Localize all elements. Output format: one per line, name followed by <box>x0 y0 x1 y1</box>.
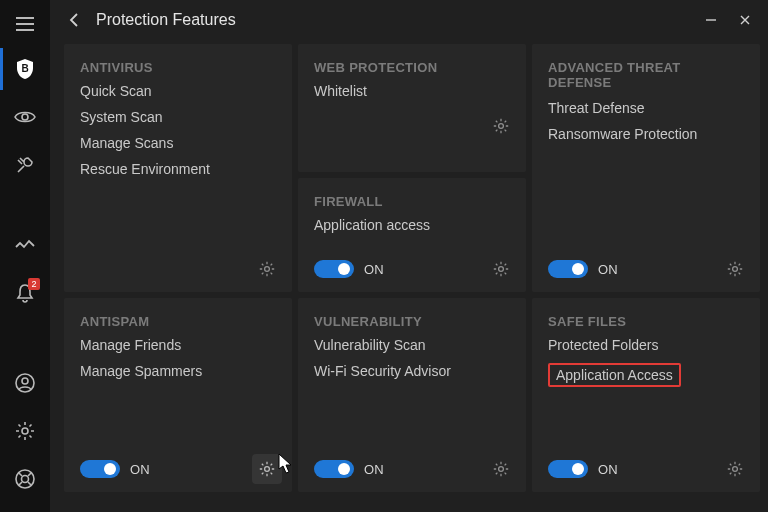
gear-icon[interactable] <box>720 254 750 284</box>
link-wifi-advisor[interactable]: Wi-Fi Security Advisor <box>314 363 510 379</box>
link-system-scan[interactable]: System Scan <box>80 109 276 125</box>
gear-icon[interactable] <box>486 254 516 284</box>
gear-icon[interactable] <box>486 111 516 141</box>
toggle-label: ON <box>364 262 384 277</box>
notification-badge: 2 <box>28 278 40 290</box>
svg-point-5 <box>16 470 34 488</box>
gear-icon[interactable] <box>720 454 750 484</box>
column-middle: WEB PROTECTION Whitelist FIREWALL <box>298 44 526 292</box>
sidebar-item-notifications[interactable]: 2 <box>0 272 50 314</box>
svg-point-3 <box>22 378 28 384</box>
sidebar-item-protection[interactable]: B <box>0 48 50 90</box>
card-title: SAFE FILES <box>532 298 760 337</box>
link-threat-defense[interactable]: Threat Defense <box>548 100 744 116</box>
sidebar-item-tools[interactable] <box>0 144 50 186</box>
link-application-access[interactable]: Application Access <box>548 363 681 387</box>
toggle-atd[interactable] <box>548 260 588 278</box>
gear-icon[interactable] <box>486 454 516 484</box>
menu-icon[interactable] <box>0 6 50 42</box>
toggle-antispam[interactable] <box>80 460 120 478</box>
sidebar-item-activity[interactable] <box>0 224 50 266</box>
page-title: Protection Features <box>96 11 236 29</box>
card-atd: ADVANCED THREAT DEFENSE Threat Defense R… <box>532 44 760 292</box>
card-vulnerability: VULNERABILITY Vulnerability Scan Wi-Fi S… <box>298 298 526 492</box>
toggle-safe-files[interactable] <box>548 460 588 478</box>
card-title: FIREWALL <box>298 178 526 217</box>
svg-point-4 <box>22 428 28 434</box>
svg-point-1 <box>22 114 28 120</box>
card-antivirus: ANTIVIRUS Quick Scan System Scan Manage … <box>64 44 292 292</box>
feature-grid: ANTIVIRUS Quick Scan System Scan Manage … <box>64 40 768 512</box>
svg-point-7 <box>265 267 270 272</box>
card-title: ANTIVIRUS <box>64 44 292 83</box>
svg-point-6 <box>22 476 29 483</box>
svg-text:B: B <box>21 63 28 74</box>
link-vuln-scan[interactable]: Vulnerability Scan <box>314 337 510 353</box>
toggle-firewall[interactable] <box>314 260 354 278</box>
link-rescue-env[interactable]: Rescue Environment <box>80 161 276 177</box>
card-antispam: ANTISPAM Manage Friends Manage Spammers … <box>64 298 292 492</box>
link-manage-scans[interactable]: Manage Scans <box>80 135 276 151</box>
sidebar-item-account[interactable] <box>0 362 50 404</box>
minimize-button[interactable] <box>694 5 728 35</box>
sidebar-item-privacy[interactable] <box>0 96 50 138</box>
titlebar: Protection Features <box>50 0 768 40</box>
link-protected-folders[interactable]: Protected Folders <box>548 337 744 353</box>
link-quick-scan[interactable]: Quick Scan <box>80 83 276 99</box>
svg-point-12 <box>499 467 504 472</box>
card-title: WEB PROTECTION <box>298 44 526 83</box>
card-title: ADVANCED THREAT DEFENSE <box>532 44 760 94</box>
toggle-label: ON <box>364 462 384 477</box>
svg-point-8 <box>499 124 504 129</box>
card-title: ANTISPAM <box>64 298 292 337</box>
sidebar-item-support[interactable] <box>0 458 50 500</box>
svg-point-10 <box>733 267 738 272</box>
sidebar: B 2 <box>0 0 50 512</box>
svg-point-9 <box>499 267 504 272</box>
toggle-label: ON <box>130 462 150 477</box>
gear-icon[interactable] <box>252 454 282 484</box>
link-manage-friends[interactable]: Manage Friends <box>80 337 276 353</box>
toggle-label: ON <box>598 262 618 277</box>
link-ransomware[interactable]: Ransomware Protection <box>548 126 744 142</box>
toggle-vuln[interactable] <box>314 460 354 478</box>
card-title: VULNERABILITY <box>298 298 526 337</box>
back-button[interactable] <box>56 2 92 38</box>
link-manage-spammers[interactable]: Manage Spammers <box>80 363 276 379</box>
gear-icon[interactable] <box>252 254 282 284</box>
svg-point-11 <box>265 467 270 472</box>
svg-point-13 <box>733 467 738 472</box>
link-app-access[interactable]: Application access <box>314 217 510 233</box>
link-whitelist[interactable]: Whitelist <box>314 83 510 99</box>
card-firewall: FIREWALL Application access ON <box>298 178 526 292</box>
close-button[interactable] <box>728 5 762 35</box>
card-safe-files: SAFE FILES Protected Folders Application… <box>532 298 760 492</box>
sidebar-item-settings[interactable] <box>0 410 50 452</box>
toggle-label: ON <box>598 462 618 477</box>
card-web-protection: WEB PROTECTION Whitelist <box>298 44 526 172</box>
